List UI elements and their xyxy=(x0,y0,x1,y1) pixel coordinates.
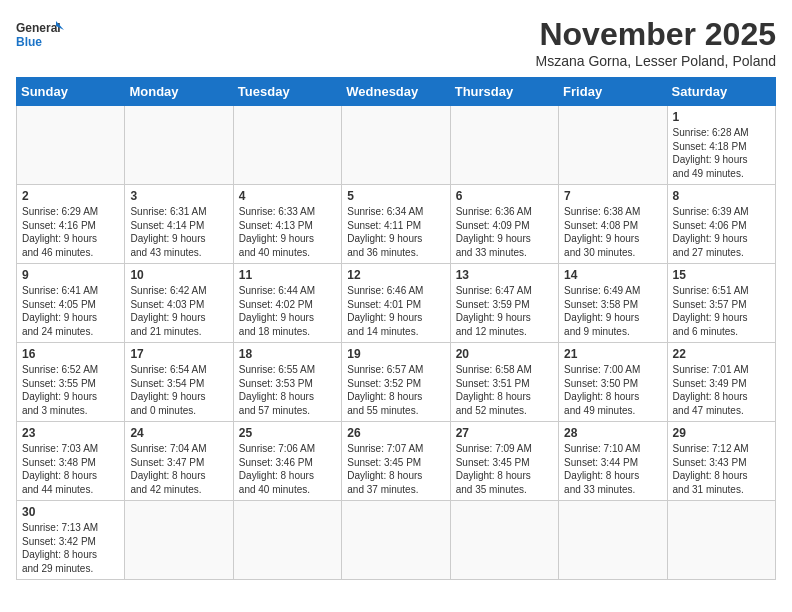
day-info: Sunrise: 6:52 AMSunset: 3:55 PMDaylight:… xyxy=(22,363,119,417)
day-number: 2 xyxy=(22,189,119,203)
location: Mszana Gorna, Lesser Poland, Poland xyxy=(536,53,776,69)
calendar-cell: 5Sunrise: 6:34 AMSunset: 4:11 PMDaylight… xyxy=(342,185,450,264)
calendar-cell xyxy=(559,501,667,580)
calendar-cell: 29Sunrise: 7:12 AMSunset: 3:43 PMDayligh… xyxy=(667,422,775,501)
day-info: Sunrise: 6:51 AMSunset: 3:57 PMDaylight:… xyxy=(673,284,770,338)
day-info: Sunrise: 6:39 AMSunset: 4:06 PMDaylight:… xyxy=(673,205,770,259)
day-info: Sunrise: 6:47 AMSunset: 3:59 PMDaylight:… xyxy=(456,284,553,338)
calendar-cell: 13Sunrise: 6:47 AMSunset: 3:59 PMDayligh… xyxy=(450,264,558,343)
day-number: 13 xyxy=(456,268,553,282)
calendar-cell: 2Sunrise: 6:29 AMSunset: 4:16 PMDaylight… xyxy=(17,185,125,264)
day-number: 20 xyxy=(456,347,553,361)
calendar-cell xyxy=(233,106,341,185)
day-info: Sunrise: 6:41 AMSunset: 4:05 PMDaylight:… xyxy=(22,284,119,338)
col-header-thursday: Thursday xyxy=(450,78,558,106)
calendar-cell xyxy=(450,501,558,580)
calendar-cell: 24Sunrise: 7:04 AMSunset: 3:47 PMDayligh… xyxy=(125,422,233,501)
calendar-cell: 12Sunrise: 6:46 AMSunset: 4:01 PMDayligh… xyxy=(342,264,450,343)
calendar-cell xyxy=(342,501,450,580)
calendar-cell: 3Sunrise: 6:31 AMSunset: 4:14 PMDaylight… xyxy=(125,185,233,264)
day-info: Sunrise: 7:12 AMSunset: 3:43 PMDaylight:… xyxy=(673,442,770,496)
day-info: Sunrise: 7:07 AMSunset: 3:45 PMDaylight:… xyxy=(347,442,444,496)
calendar-cell: 17Sunrise: 6:54 AMSunset: 3:54 PMDayligh… xyxy=(125,343,233,422)
calendar-cell xyxy=(125,501,233,580)
day-number: 14 xyxy=(564,268,661,282)
day-number: 23 xyxy=(22,426,119,440)
day-info: Sunrise: 6:29 AMSunset: 4:16 PMDaylight:… xyxy=(22,205,119,259)
calendar-cell: 10Sunrise: 6:42 AMSunset: 4:03 PMDayligh… xyxy=(125,264,233,343)
day-info: Sunrise: 7:00 AMSunset: 3:50 PMDaylight:… xyxy=(564,363,661,417)
calendar-cell: 27Sunrise: 7:09 AMSunset: 3:45 PMDayligh… xyxy=(450,422,558,501)
page-header: General Blue November 2025 Mszana Gorna,… xyxy=(16,16,776,69)
day-info: Sunrise: 6:58 AMSunset: 3:51 PMDaylight:… xyxy=(456,363,553,417)
calendar-cell: 4Sunrise: 6:33 AMSunset: 4:13 PMDaylight… xyxy=(233,185,341,264)
calendar-cell: 22Sunrise: 7:01 AMSunset: 3:49 PMDayligh… xyxy=(667,343,775,422)
calendar-cell: 18Sunrise: 6:55 AMSunset: 3:53 PMDayligh… xyxy=(233,343,341,422)
calendar-cell: 8Sunrise: 6:39 AMSunset: 4:06 PMDaylight… xyxy=(667,185,775,264)
col-header-sunday: Sunday xyxy=(17,78,125,106)
calendar-cell xyxy=(342,106,450,185)
calendar-cell: 9Sunrise: 6:41 AMSunset: 4:05 PMDaylight… xyxy=(17,264,125,343)
day-number: 17 xyxy=(130,347,227,361)
calendar-week-row: 2Sunrise: 6:29 AMSunset: 4:16 PMDaylight… xyxy=(17,185,776,264)
day-info: Sunrise: 6:31 AMSunset: 4:14 PMDaylight:… xyxy=(130,205,227,259)
day-info: Sunrise: 6:36 AMSunset: 4:09 PMDaylight:… xyxy=(456,205,553,259)
calendar-cell: 28Sunrise: 7:10 AMSunset: 3:44 PMDayligh… xyxy=(559,422,667,501)
col-header-wednesday: Wednesday xyxy=(342,78,450,106)
day-info: Sunrise: 6:28 AMSunset: 4:18 PMDaylight:… xyxy=(673,126,770,180)
day-info: Sunrise: 6:38 AMSunset: 4:08 PMDaylight:… xyxy=(564,205,661,259)
day-number: 9 xyxy=(22,268,119,282)
day-info: Sunrise: 6:49 AMSunset: 3:58 PMDaylight:… xyxy=(564,284,661,338)
day-number: 29 xyxy=(673,426,770,440)
month-title: November 2025 xyxy=(536,16,776,53)
logo: General Blue xyxy=(16,16,66,58)
svg-text:General: General xyxy=(16,21,61,35)
day-number: 8 xyxy=(673,189,770,203)
day-number: 10 xyxy=(130,268,227,282)
calendar-cell: 25Sunrise: 7:06 AMSunset: 3:46 PMDayligh… xyxy=(233,422,341,501)
calendar-cell xyxy=(667,501,775,580)
calendar-cell: 26Sunrise: 7:07 AMSunset: 3:45 PMDayligh… xyxy=(342,422,450,501)
calendar-cell: 6Sunrise: 6:36 AMSunset: 4:09 PMDaylight… xyxy=(450,185,558,264)
day-info: Sunrise: 7:13 AMSunset: 3:42 PMDaylight:… xyxy=(22,521,119,575)
col-header-monday: Monday xyxy=(125,78,233,106)
day-number: 11 xyxy=(239,268,336,282)
day-number: 27 xyxy=(456,426,553,440)
logo-svg: General Blue xyxy=(16,16,66,58)
day-info: Sunrise: 7:03 AMSunset: 3:48 PMDaylight:… xyxy=(22,442,119,496)
calendar-cell: 11Sunrise: 6:44 AMSunset: 4:02 PMDayligh… xyxy=(233,264,341,343)
calendar-cell xyxy=(233,501,341,580)
day-number: 26 xyxy=(347,426,444,440)
day-number: 3 xyxy=(130,189,227,203)
title-block: November 2025 Mszana Gorna, Lesser Polan… xyxy=(536,16,776,69)
calendar-cell: 15Sunrise: 6:51 AMSunset: 3:57 PMDayligh… xyxy=(667,264,775,343)
day-info: Sunrise: 6:42 AMSunset: 4:03 PMDaylight:… xyxy=(130,284,227,338)
day-info: Sunrise: 6:55 AMSunset: 3:53 PMDaylight:… xyxy=(239,363,336,417)
day-number: 4 xyxy=(239,189,336,203)
day-info: Sunrise: 7:01 AMSunset: 3:49 PMDaylight:… xyxy=(673,363,770,417)
calendar-cell xyxy=(559,106,667,185)
calendar-cell: 23Sunrise: 7:03 AMSunset: 3:48 PMDayligh… xyxy=(17,422,125,501)
day-number: 28 xyxy=(564,426,661,440)
day-number: 1 xyxy=(673,110,770,124)
col-header-tuesday: Tuesday xyxy=(233,78,341,106)
calendar-header-row: SundayMondayTuesdayWednesdayThursdayFrid… xyxy=(17,78,776,106)
day-info: Sunrise: 6:34 AMSunset: 4:11 PMDaylight:… xyxy=(347,205,444,259)
day-number: 30 xyxy=(22,505,119,519)
day-number: 5 xyxy=(347,189,444,203)
day-info: Sunrise: 6:44 AMSunset: 4:02 PMDaylight:… xyxy=(239,284,336,338)
calendar-cell: 19Sunrise: 6:57 AMSunset: 3:52 PMDayligh… xyxy=(342,343,450,422)
day-number: 22 xyxy=(673,347,770,361)
calendar-week-row: 1Sunrise: 6:28 AMSunset: 4:18 PMDaylight… xyxy=(17,106,776,185)
day-info: Sunrise: 6:54 AMSunset: 3:54 PMDaylight:… xyxy=(130,363,227,417)
day-number: 25 xyxy=(239,426,336,440)
calendar-cell: 21Sunrise: 7:00 AMSunset: 3:50 PMDayligh… xyxy=(559,343,667,422)
day-info: Sunrise: 7:09 AMSunset: 3:45 PMDaylight:… xyxy=(456,442,553,496)
col-header-saturday: Saturday xyxy=(667,78,775,106)
day-number: 15 xyxy=(673,268,770,282)
calendar-cell: 16Sunrise: 6:52 AMSunset: 3:55 PMDayligh… xyxy=(17,343,125,422)
day-number: 12 xyxy=(347,268,444,282)
calendar-week-row: 16Sunrise: 6:52 AMSunset: 3:55 PMDayligh… xyxy=(17,343,776,422)
calendar-cell: 7Sunrise: 6:38 AMSunset: 4:08 PMDaylight… xyxy=(559,185,667,264)
day-number: 21 xyxy=(564,347,661,361)
